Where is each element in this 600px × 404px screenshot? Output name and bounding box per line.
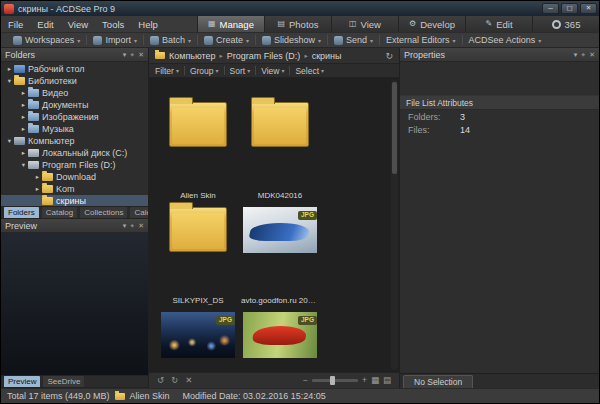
panel-menu-icon[interactable]: ▾ [574, 51, 578, 59]
chevron-right-icon[interactable]: ▸ [5, 66, 14, 73]
minimize-button[interactable]: ─ [542, 3, 559, 14]
sort-dropdown[interactable]: Sort ▾ [230, 66, 251, 76]
folders-panel-header[interactable]: Folders ▾ ⌖ ✕ [1, 48, 148, 62]
tree-item-music[interactable]: ▸ Музыка [1, 123, 148, 135]
panel-close-icon[interactable]: ✕ [589, 51, 595, 59]
rotate-left-icon[interactable]: ↺ [157, 376, 164, 385]
menu-edit[interactable]: Edit [30, 19, 60, 30]
chevron-right-icon[interactable]: ▸ [19, 102, 28, 109]
panel-menu-icon[interactable]: ▾ [123, 51, 127, 59]
tree-item-kom[interactable]: ▸ Kom [1, 183, 148, 195]
close-button[interactable]: ✕ [580, 3, 597, 14]
no-selection-tab[interactable]: No Selection [403, 375, 473, 388]
tab-catalog[interactable]: Catalog [41, 206, 79, 218]
file-item-red-car[interactable]: JPG [241, 296, 319, 372]
pin-icon[interactable]: ⌖ [130, 51, 134, 59]
chevron-down-icon: ▾ [453, 37, 456, 44]
panel-close-icon[interactable]: ✕ [138, 222, 144, 230]
group-dropdown[interactable]: Group ▾ [190, 66, 219, 76]
chevron-down-icon: ▾ [281, 67, 284, 74]
titlebar[interactable]: скрины - ACDSee Pro 9 ─ ▢ ✕ [1, 1, 599, 16]
breadcrumb-computer[interactable]: Компьютер [169, 51, 216, 61]
toolbar-external-editors[interactable]: External Editors ▾ [380, 35, 462, 45]
detail-view-icon[interactable]: ▤ [383, 376, 391, 385]
vertical-scrollbar[interactable] [391, 80, 398, 370]
breadcrumb-skriny[interactable]: скрины [312, 51, 342, 61]
chevron-down-icon[interactable]: ▾ [19, 162, 28, 169]
tree-item-video[interactable]: ▸ Видео [1, 87, 148, 99]
tree-item-computer[interactable]: ▾ Компьютер [1, 135, 148, 147]
scrollbar-thumb[interactable] [392, 82, 397, 174]
breadcrumb-program-files-d[interactable]: Program Files (D:) [227, 51, 301, 61]
menu-help[interactable]: Help [131, 19, 165, 30]
toolbar-import[interactable]: Import ▾ [87, 35, 143, 45]
delete-icon[interactable]: ✕ [185, 376, 192, 385]
zoom-slider-thumb[interactable] [330, 376, 335, 385]
refresh-icon[interactable]: ↻ [385, 51, 393, 61]
status-bar: Total 17 items (449,0 MB) Alien Skin Mod… [1, 388, 599, 403]
toolbar-workspaces[interactable]: Workspaces ▾ [7, 35, 86, 45]
tab-photos[interactable]: ▤ Photos [264, 16, 331, 32]
chevron-right-icon[interactable]: ▸ [19, 114, 28, 121]
menu-file[interactable]: File [1, 19, 30, 30]
toolbar-batch[interactable]: Batch ▾ [144, 35, 197, 45]
tree-item-download[interactable]: ▸ Download [1, 171, 148, 183]
pin-icon[interactable]: ⌖ [581, 51, 585, 59]
chevron-right-icon[interactable]: ▸ [19, 150, 28, 157]
chevron-right-icon[interactable]: ▸ [33, 186, 42, 193]
rotate-right-icon[interactable]: ↻ [171, 376, 178, 385]
tree-item-pictures[interactable]: ▸ Изображения [1, 111, 148, 123]
file-item-alien-skin[interactable]: Alien Skin [159, 86, 237, 191]
toolbar-acdsee-actions[interactable]: ACDSee Actions ▾ [463, 35, 548, 45]
chevron-right-icon[interactable]: ▸ [19, 90, 28, 97]
menu-view[interactable]: View [61, 19, 95, 30]
select-dropdown[interactable]: Select ▾ [295, 66, 324, 76]
tab-develop[interactable]: ⚙ Develop [398, 16, 465, 32]
preview-panel-header[interactable]: Preview ▾ ⌖ ✕ [1, 219, 148, 233]
zoom-slider[interactable] [312, 379, 358, 382]
tab-folders[interactable]: Folders [3, 206, 40, 218]
menu-tools[interactable]: Tools [95, 19, 131, 30]
tab-calendar[interactable]: Calendar [129, 206, 148, 218]
tab-label: Manage [220, 19, 254, 30]
tab-365[interactable]: 365 [532, 16, 599, 32]
chevron-right-icon[interactable]: ▸ [19, 126, 28, 133]
tab-seedrive[interactable]: SeeDrive [42, 375, 85, 387]
tree-item-desktop[interactable]: ▸ Рабочий стол [1, 63, 148, 75]
chevron-right-icon[interactable]: ▸ [33, 174, 42, 181]
panel-menu-icon[interactable]: ▾ [123, 222, 127, 230]
tree-item-documents[interactable]: ▸ Документы [1, 99, 148, 111]
folders-panel-tabs: Folders Catalog Collections Calendar [1, 206, 148, 219]
tree-item-libraries[interactable]: ▾ Библиотеки [1, 75, 148, 87]
tab-collections[interactable]: Collections [79, 206, 128, 218]
file-item-mdk042016[interactable]: MDK042016 [241, 86, 319, 191]
file-item-silkypix[interactable]: SILKYPIX_DS [159, 191, 237, 296]
tree-item-skriny[interactable]: скрины [1, 195, 148, 206]
view-dropdown[interactable]: View ▾ [261, 66, 284, 76]
tab-label: Photos [289, 19, 319, 30]
tree-item-program-files-d[interactable]: ▾ Program Files (D:) [1, 159, 148, 171]
chevron-down-icon[interactable]: ▾ [5, 78, 14, 85]
toolbar-slideshow[interactable]: Slideshow ▾ [256, 35, 327, 45]
grid-view-icon[interactable]: ▦ [371, 376, 379, 385]
tab-label: View [361, 19, 381, 30]
filter-label: Group [190, 66, 214, 76]
chevron-down-icon[interactable]: ▾ [5, 138, 14, 145]
file-item-night-city[interactable]: JPG [159, 296, 237, 372]
tree-item-local-disk-c[interactable]: ▸ Локальный диск (C:) [1, 147, 148, 159]
file-item-avto-goodfon[interactable]: JPG avto.goodfon.ru 2015-phiaro-p75-co..… [241, 191, 319, 296]
toolbar-send[interactable]: Send ▾ [328, 35, 379, 45]
toolbar-create[interactable]: Create ▾ [198, 35, 255, 45]
zoom-out-icon[interactable]: − [303, 376, 308, 385]
maximize-button[interactable]: ▢ [561, 3, 578, 14]
acdsee-logo-icon [4, 4, 14, 14]
tab-view[interactable]: ◫ View [331, 16, 398, 32]
panel-close-icon[interactable]: ✕ [138, 51, 144, 59]
filter-dropdown[interactable]: Filter ▾ [155, 66, 179, 76]
zoom-in-icon[interactable]: + [362, 376, 367, 385]
properties-panel-header[interactable]: Properties ▾ ⌖ ✕ [400, 48, 599, 62]
tab-manage[interactable]: ▦ Manage [197, 16, 264, 32]
tab-edit[interactable]: ✎ Edit [465, 16, 532, 32]
pin-icon[interactable]: ⌖ [130, 222, 134, 230]
tab-preview[interactable]: Preview [3, 375, 41, 387]
